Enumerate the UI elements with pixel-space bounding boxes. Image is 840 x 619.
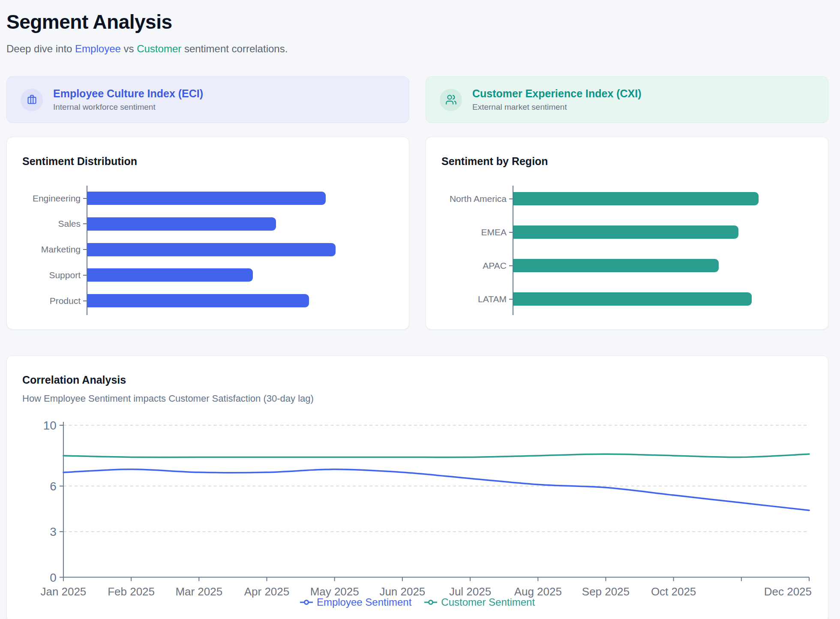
axis-tick	[83, 300, 87, 301]
bar-track	[513, 292, 778, 306]
bar-row: Engineering	[22, 192, 393, 205]
page-title: Segment Analysis	[6, 10, 828, 33]
bar-row: LATAM	[441, 292, 813, 306]
sentiment-distribution-card: Sentiment Distribution EngineeringSalesM…	[6, 137, 409, 330]
axis-tick	[83, 275, 87, 276]
segment-analysis-page: Segment Analysis Deep dive into Employee…	[0, 0, 840, 619]
axis-tick	[509, 265, 513, 266]
legend-item-employee-sentiment: Employee Sentiment	[300, 596, 411, 608]
correlation-analysis-title: Correlation Analysis	[22, 374, 813, 386]
bar-category-label: Support	[22, 270, 87, 280]
svg-text:Sep 2025: Sep 2025	[582, 585, 630, 598]
y-axis-line	[87, 186, 87, 315]
svg-text:Oct 2025: Oct 2025	[651, 585, 696, 598]
bar-row: APAC	[441, 259, 813, 272]
sentiment-distribution-chart: EngineeringSalesMarketingSupportProduct	[22, 186, 393, 315]
sentiment-by-region-card: Sentiment by Region North AmericaEMEAAPA…	[426, 137, 828, 330]
eci-card-title: Employee Culture Index (ECI)	[53, 87, 203, 100]
bar-category-label: Product	[22, 296, 87, 306]
bar-row: Sales	[22, 217, 393, 231]
axis-tick	[83, 198, 87, 199]
bar-row: Product	[22, 294, 393, 307]
sentiment-by-region-title: Sentiment by Region	[441, 155, 813, 168]
sentiment-by-region-chart: North AmericaEMEAAPACLATAM	[441, 186, 813, 315]
bar	[87, 294, 309, 307]
bar-track	[87, 217, 352, 231]
sentiment-distribution-title: Sentiment Distribution	[22, 155, 393, 168]
legend-item-customer-sentiment: Customer Sentiment	[424, 596, 535, 608]
bar-track	[513, 225, 778, 239]
bar-category-label: APAC	[441, 261, 513, 271]
bar-category-label: Marketing	[22, 244, 87, 255]
correlation-analysis-card: Correlation Analysis How Employee Sentim…	[6, 355, 828, 619]
bar-row: Marketing	[22, 243, 393, 256]
bar	[87, 217, 276, 231]
index-cards-row: Employee Culture Index (ECI) Internal wo…	[6, 76, 828, 123]
bar-row: EMEA	[441, 225, 813, 239]
svg-text:Jan 2025: Jan 2025	[40, 585, 86, 598]
bar-row: Support	[22, 268, 393, 282]
users-icon	[440, 89, 462, 111]
bar-track	[87, 192, 352, 205]
svg-text:Feb 2025: Feb 2025	[108, 585, 155, 598]
bar	[87, 268, 253, 282]
cxi-card-subtitle: External market sentiment	[472, 102, 642, 112]
legend-label: Employee Sentiment	[317, 596, 411, 608]
bar	[513, 192, 759, 205]
axis-tick	[83, 249, 87, 250]
bar-category-label: EMEA	[441, 227, 513, 237]
bar-track	[513, 259, 778, 272]
svg-text:10: 10	[43, 419, 57, 432]
legend-line-icon	[424, 599, 437, 605]
briefcase-icon	[21, 89, 43, 111]
bar-category-label: North America	[441, 194, 513, 204]
legend-label: Customer Sentiment	[441, 596, 535, 608]
axis-tick	[509, 198, 513, 199]
bar-track	[87, 268, 352, 282]
subtitle-customer-highlight: Customer	[137, 43, 181, 54]
svg-text:0: 0	[50, 571, 57, 584]
subtitle-text-prefix: Deep dive into	[6, 43, 75, 54]
axis-tick	[509, 232, 513, 233]
eci-card-subtitle: Internal workforce sentiment	[53, 102, 203, 112]
subtitle-text-suffix: sentiment correlations.	[181, 43, 288, 54]
customer-experience-index-card: Customer Experience Index (CXI) External…	[426, 76, 828, 123]
correlation-analysis-subtitle: How Employee Sentiment impacts Customer …	[22, 393, 813, 404]
legend-line-icon	[300, 599, 313, 605]
cxi-card-title: Customer Experience Index (CXI)	[472, 87, 642, 100]
bar-category-label: LATAM	[441, 294, 513, 304]
svg-text:Apr 2025: Apr 2025	[244, 585, 289, 598]
line-chart-svg: 03610Jan 2025Feb 2025Mar 2025Apr 2025May…	[22, 415, 813, 594]
correlation-line-chart: 03610Jan 2025Feb 2025Mar 2025Apr 2025May…	[22, 415, 813, 594]
svg-text:6: 6	[50, 480, 57, 493]
employee-culture-index-card: Employee Culture Index (ECI) Internal wo…	[6, 76, 409, 123]
bar-track	[87, 294, 352, 307]
cxi-card-text: Customer Experience Index (CXI) External…	[472, 87, 642, 112]
bar-row: North America	[441, 192, 813, 205]
y-axis-line	[513, 186, 513, 315]
bar-charts-row: Sentiment Distribution EngineeringSalesM…	[6, 137, 828, 330]
bar	[513, 292, 752, 306]
svg-text:Mar 2025: Mar 2025	[175, 585, 222, 598]
subtitle-text-vs: vs	[121, 43, 137, 54]
svg-text:3: 3	[50, 525, 57, 538]
bar	[513, 259, 719, 272]
subtitle-employee-highlight: Employee	[75, 43, 121, 54]
bar-track	[87, 243, 352, 256]
bar-track	[513, 192, 778, 205]
svg-text:Dec 2025: Dec 2025	[764, 585, 812, 598]
axis-tick	[83, 223, 87, 224]
page-subtitle: Deep dive into Employee vs Customer sent…	[6, 43, 828, 55]
chart-legend: Employee SentimentCustomer Sentiment	[22, 596, 813, 608]
bar-category-label: Sales	[22, 219, 87, 229]
eci-card-text: Employee Culture Index (ECI) Internal wo…	[53, 87, 203, 112]
bar	[87, 243, 336, 256]
bar	[87, 192, 326, 205]
bar	[513, 225, 738, 239]
bar-category-label: Engineering	[22, 193, 87, 204]
axis-tick	[509, 299, 513, 300]
